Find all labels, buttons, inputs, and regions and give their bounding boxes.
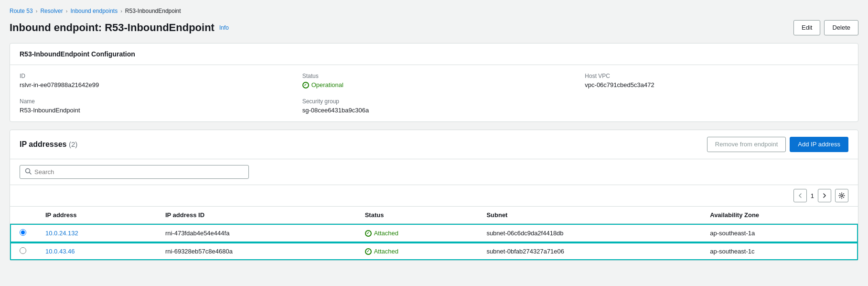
row2-ip-link[interactable]: 10.0.43.46 xyxy=(45,248,75,255)
config-status: Status Operational xyxy=(302,73,566,88)
edit-button[interactable]: Edit xyxy=(793,20,820,35)
table-header-row: IP address IP address ID Status Subnet A… xyxy=(10,207,858,224)
row1-ip-link[interactable]: 10.0.24.132 xyxy=(45,230,78,237)
row1-radio[interactable] xyxy=(20,229,26,236)
config-id-label: ID xyxy=(20,73,283,79)
table-toolbar: 1 xyxy=(10,185,858,207)
config-name-label: Name xyxy=(20,98,283,105)
row2-ip[interactable]: 10.0.43.46 xyxy=(36,242,156,261)
svg-line-1 xyxy=(30,173,32,175)
breadcrumb-sep-3: › xyxy=(120,8,122,14)
config-security-group: Security group sg-08cee6431ba9c306a xyxy=(302,98,566,114)
config-name-value: R53-InboundEndpoint xyxy=(20,107,283,114)
status-operational: Operational xyxy=(302,81,566,88)
ip-section-title-row: IP addresses (2) xyxy=(20,140,77,149)
row2-status-attached: Attached xyxy=(365,248,468,255)
row2-status: Attached xyxy=(355,242,477,261)
col-status: Status xyxy=(355,207,477,224)
svg-point-2 xyxy=(841,195,843,197)
breadcrumb-route53[interactable]: Route 53 xyxy=(10,8,33,14)
row1-ip-id: rni-473fdab4e54e444fa xyxy=(156,224,355,242)
row2-radio[interactable] xyxy=(20,247,26,254)
ip-section: IP addresses (2) Remove from endpoint Ad… xyxy=(10,130,858,261)
row1-status-dot xyxy=(365,230,372,237)
table-settings-button[interactable] xyxy=(835,189,848,202)
row1-status-attached: Attached xyxy=(365,230,468,237)
row1-subnet: subnet-06c6dc9da2f4418db xyxy=(477,224,700,242)
row2-ip-id: rni-69328eb57c8e4680a xyxy=(156,242,355,261)
ip-count: (2) xyxy=(69,140,77,148)
breadcrumb-resolver[interactable]: Resolver xyxy=(40,8,63,14)
table-row: 10.0.24.132 rni-473fdab4e54e444fa Attach… xyxy=(10,224,858,242)
config-id: ID rslvr-in-ee078988a21642e99 xyxy=(20,73,283,88)
breadcrumb-current: R53-InboundEndpoint xyxy=(125,8,181,14)
row2-az: ap-southeast-1c xyxy=(700,242,858,261)
col-ip-address-id: IP address ID xyxy=(156,207,355,224)
table-row: 10.0.43.46 rni-69328eb57c8e4680a Attache… xyxy=(10,242,858,261)
delete-button[interactable]: Delete xyxy=(824,20,858,35)
row1-status: Attached xyxy=(355,224,477,242)
add-ip-address-button[interactable]: Add IP address xyxy=(790,137,848,152)
config-name: Name R53-InboundEndpoint xyxy=(20,98,283,114)
row1-select[interactable] xyxy=(10,224,36,242)
page-header: Inbound endpoint: R53-InboundEndpoint In… xyxy=(10,20,858,35)
row2-status-dot xyxy=(365,248,372,255)
ip-section-title: IP addresses (2) xyxy=(20,140,77,148)
config-status-label: Status xyxy=(302,73,566,79)
ip-table: IP address IP address ID Status Subnet A… xyxy=(10,207,858,260)
page-title-row: Inbound endpoint: R53-InboundEndpoint In… xyxy=(10,22,229,34)
pagination-prev-button[interactable] xyxy=(793,189,807,202)
search-icon xyxy=(25,168,32,176)
breadcrumb-sep-2: › xyxy=(66,8,68,14)
config-card: R53-InboundEndpoint Configuration ID rsl… xyxy=(10,43,858,122)
col-select xyxy=(10,207,36,224)
ip-section-actions: Remove from endpoint Add IP address xyxy=(707,137,848,152)
col-ip-address: IP address xyxy=(36,207,156,224)
config-host-vpc-value: vpc-06c791cbed5c3a472 xyxy=(585,81,848,88)
search-input-wrapper[interactable] xyxy=(20,165,249,179)
row1-az: ap-southeast-1a xyxy=(700,224,858,242)
search-bar xyxy=(10,159,858,185)
header-actions: Edit Delete xyxy=(793,20,858,35)
row1-status-label: Attached xyxy=(374,230,398,237)
status-dot xyxy=(302,82,309,88)
config-host-vpc: Host VPC vpc-06c791cbed5c3a472 xyxy=(585,73,848,88)
breadcrumb-sep-1: › xyxy=(36,8,38,14)
config-security-group-value: sg-08cee6431ba9c306a xyxy=(302,107,566,114)
search-input[interactable] xyxy=(34,168,244,176)
breadcrumb-inbound-endpoints[interactable]: Inbound endpoints xyxy=(70,8,118,14)
row1-ip[interactable]: 10.0.24.132 xyxy=(36,224,156,242)
pagination-current-page: 1 xyxy=(811,192,814,199)
config-empty-3 xyxy=(585,98,848,114)
config-host-vpc-label: Host VPC xyxy=(585,73,848,79)
pagination-next-button[interactable] xyxy=(818,189,831,202)
status-value: Operational xyxy=(311,81,343,88)
remove-from-endpoint-button[interactable]: Remove from endpoint xyxy=(707,137,786,152)
config-security-group-label: Security group xyxy=(302,98,566,105)
config-card-header: R53-InboundEndpoint Configuration xyxy=(10,44,858,65)
config-id-value: rslvr-in-ee078988a21642e99 xyxy=(20,81,283,88)
row2-status-label: Attached xyxy=(374,248,398,255)
info-link[interactable]: Info xyxy=(219,24,229,31)
ip-title-text: IP addresses xyxy=(20,140,66,148)
row2-select[interactable] xyxy=(10,242,36,261)
config-grid: ID rslvr-in-ee078988a21642e99 Status Ope… xyxy=(10,65,858,121)
ip-section-header: IP addresses (2) Remove from endpoint Ad… xyxy=(10,130,858,159)
table-body: 10.0.24.132 rni-473fdab4e54e444fa Attach… xyxy=(10,224,858,260)
col-subnet: Subnet xyxy=(477,207,700,224)
breadcrumb: Route 53 › Resolver › Inbound endpoints … xyxy=(10,8,858,14)
row2-subnet: subnet-0bfab274327a71e06 xyxy=(477,242,700,261)
page-title: Inbound endpoint: R53-InboundEndpoint xyxy=(10,22,214,34)
col-az: Availability Zone xyxy=(700,207,858,224)
